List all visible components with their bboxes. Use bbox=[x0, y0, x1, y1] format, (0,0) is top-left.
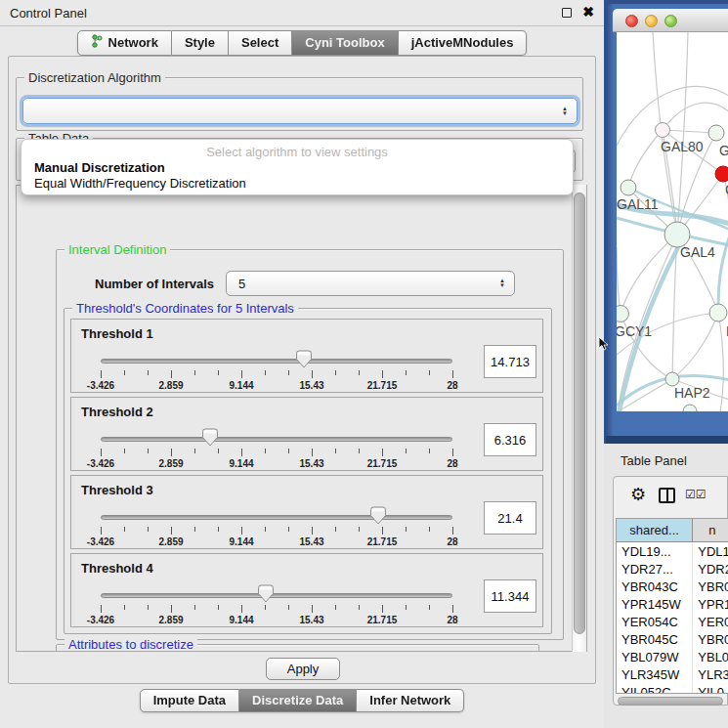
table-cell: YLR345W bbox=[617, 665, 693, 683]
close-panel-icon[interactable]: ✖ bbox=[582, 4, 594, 20]
slider-ticks bbox=[101, 449, 452, 457]
table-row[interactable]: YBR045CYBR0 bbox=[617, 630, 728, 648]
number-of-intervals-select[interactable]: 5 ▲▼ bbox=[226, 271, 515, 296]
float-panel-icon[interactable] bbox=[562, 8, 572, 18]
network-node-h[interactable] bbox=[709, 304, 727, 321]
network-node-c[interactable] bbox=[715, 166, 728, 182]
node-table: shared...n YDL19...YDL1YDR27...YDR2YBR04… bbox=[616, 518, 728, 694]
network-node-label: GAL4 bbox=[680, 244, 715, 260]
table-cell: YDL19... bbox=[617, 542, 693, 560]
close-window-icon[interactable] bbox=[625, 15, 638, 27]
attributes-legend: Attributes to discretize bbox=[64, 637, 197, 652]
tab-jactivemnodules[interactable]: jActiveMNodules bbox=[399, 30, 528, 56]
split-columns-icon[interactable] bbox=[659, 488, 675, 503]
table-header-row: shared...n bbox=[617, 519, 728, 542]
table-cell: YBL0 bbox=[693, 648, 728, 665]
tab-select[interactable]: Select bbox=[229, 30, 292, 56]
table-cell: YBR0 bbox=[693, 630, 728, 648]
threshold-slider-track[interactable] bbox=[101, 515, 452, 520]
threshold-value-input[interactable] bbox=[484, 423, 536, 456]
tab-infer-network[interactable]: Infer Network bbox=[357, 689, 464, 712]
table-cell: YBR043C bbox=[617, 578, 693, 595]
settings-scrollbar[interactable] bbox=[572, 185, 586, 652]
network-node[interactable] bbox=[683, 405, 697, 411]
number-of-intervals-label: Number of Intervals bbox=[95, 277, 214, 291]
control-panel: Control Panel ✖ NetworkStyleSelectCyni T… bbox=[0, 0, 604, 728]
select-columns-icon[interactable]: ☑☑ bbox=[685, 488, 707, 501]
column-header-shared-name[interactable]: shared... bbox=[617, 519, 693, 541]
zoom-window-icon[interactable] bbox=[664, 15, 677, 27]
algorithm-option[interactable]: Manual Discretization bbox=[34, 160, 165, 175]
table-cell: YIL052C bbox=[617, 683, 693, 694]
slider-ticks bbox=[101, 605, 452, 614]
network-edge[interactable] bbox=[677, 32, 688, 235]
table-row[interactable]: YBL079WYBL0 bbox=[617, 648, 728, 665]
threshold-slider-thumb[interactable] bbox=[202, 428, 218, 447]
table-row[interactable]: YIL052CYIL0 bbox=[617, 683, 728, 694]
tab-label: Cyni Toolbox bbox=[305, 35, 384, 50]
slider-ticks bbox=[101, 527, 452, 535]
gear-icon[interactable]: ⚙ bbox=[630, 484, 646, 505]
tab-label: jActiveMNodules bbox=[411, 35, 514, 50]
algorithm-dropdown-popup: Select algorithm to view settings Manual… bbox=[21, 139, 574, 195]
column-header-name[interactable]: n bbox=[693, 519, 728, 541]
network-node-label: GAL11 bbox=[617, 196, 659, 212]
threshold-panel: Threshold 3-3.4262.8599.14415.4321.71528 bbox=[70, 475, 543, 549]
tab-style[interactable]: Style bbox=[172, 30, 229, 56]
network-icon bbox=[91, 34, 104, 51]
tab-cyni-toolbox[interactable]: Cyni Toolbox bbox=[292, 30, 398, 56]
threshold-slider-track[interactable] bbox=[101, 593, 452, 598]
table-cell: YBR045C bbox=[617, 630, 693, 648]
table-row[interactable]: YBR043CYBR0 bbox=[617, 578, 728, 595]
tab-label: Infer Network bbox=[369, 693, 450, 707]
settings-scrollbar-thumb[interactable] bbox=[574, 193, 585, 634]
table-row[interactable]: YDR27...YDR2 bbox=[617, 560, 728, 578]
table-cell: YDR2 bbox=[693, 560, 728, 578]
tab-discretize-data[interactable]: Discretize Data bbox=[239, 689, 357, 712]
threshold-label: Threshold 1 bbox=[81, 326, 153, 341]
network-window-frame bbox=[606, 436, 728, 444]
threshold-label: Threshold 3 bbox=[81, 483, 153, 497]
network-node-gal11[interactable] bbox=[621, 180, 636, 195]
algorithm-select[interactable]: ▲▼ bbox=[22, 98, 578, 124]
algorithm-option[interactable]: Equal Width/Frequency Discretization bbox=[34, 176, 246, 191]
threshold-value-input[interactable] bbox=[484, 579, 536, 613]
network-node-gcy1[interactable] bbox=[617, 306, 629, 322]
threshold-value-input[interactable] bbox=[484, 345, 536, 378]
network-edge[interactable] bbox=[672, 313, 718, 379]
threshold-slider-thumb[interactable] bbox=[258, 584, 274, 603]
network-window-titlebar[interactable] bbox=[613, 9, 728, 32]
threshold-panel: Threshold 2-3.4262.8599.14415.4321.71528 bbox=[70, 397, 543, 471]
table-row[interactable]: YLR345WYLR3 bbox=[617, 665, 728, 683]
network-node-label: GAL80 bbox=[661, 139, 704, 154]
network-edge[interactable] bbox=[617, 247, 621, 314]
table-cell: YBR0 bbox=[693, 578, 728, 595]
threshold-value-input[interactable] bbox=[484, 501, 536, 535]
threshold-slider-thumb[interactable] bbox=[296, 350, 312, 368]
slider-tick-labels: -3.4262.8599.14415.4321.71528 bbox=[101, 536, 452, 548]
table-cell: YLR3 bbox=[693, 665, 728, 683]
tab-network[interactable]: Network bbox=[77, 30, 172, 56]
threshold-slider-track[interactable] bbox=[101, 437, 452, 442]
table-hscrollbar[interactable] bbox=[618, 697, 723, 706]
network-canvas[interactable]: GAL80GACGAL11GAL4GCY1HHAP2 bbox=[617, 32, 728, 411]
network-edge-highlighted[interactable] bbox=[718, 236, 728, 313]
panel-title: Control Panel bbox=[10, 6, 87, 21]
stepper-icon: ▲▼ bbox=[562, 107, 568, 116]
table-row[interactable]: YDL19...YDL1 bbox=[617, 542, 728, 560]
minimize-window-icon[interactable] bbox=[645, 15, 658, 27]
threshold-panel: Threshold 1-3.4262.8599.14415.4321.71528 bbox=[70, 319, 543, 393]
network-node-gal80[interactable] bbox=[656, 123, 670, 138]
network-node-hap2[interactable] bbox=[665, 372, 679, 386]
network-edge[interactable] bbox=[628, 130, 663, 188]
threshold-slider-thumb[interactable] bbox=[370, 506, 386, 525]
network-node-ga[interactable] bbox=[708, 125, 724, 141]
bottom-tab-bar: Impute DataDiscretize DataInfer Network bbox=[0, 689, 604, 712]
table-cell: YER0 bbox=[693, 613, 728, 630]
table-row[interactable]: YER054CYER0 bbox=[617, 613, 728, 630]
tab-impute-data[interactable]: Impute Data bbox=[140, 689, 239, 712]
table-row[interactable]: YPR145WYPR1 bbox=[617, 595, 728, 613]
apply-button[interactable]: Apply bbox=[266, 658, 340, 680]
table-cell: YPR1 bbox=[693, 595, 728, 613]
threshold-slider-track[interactable] bbox=[101, 359, 452, 364]
